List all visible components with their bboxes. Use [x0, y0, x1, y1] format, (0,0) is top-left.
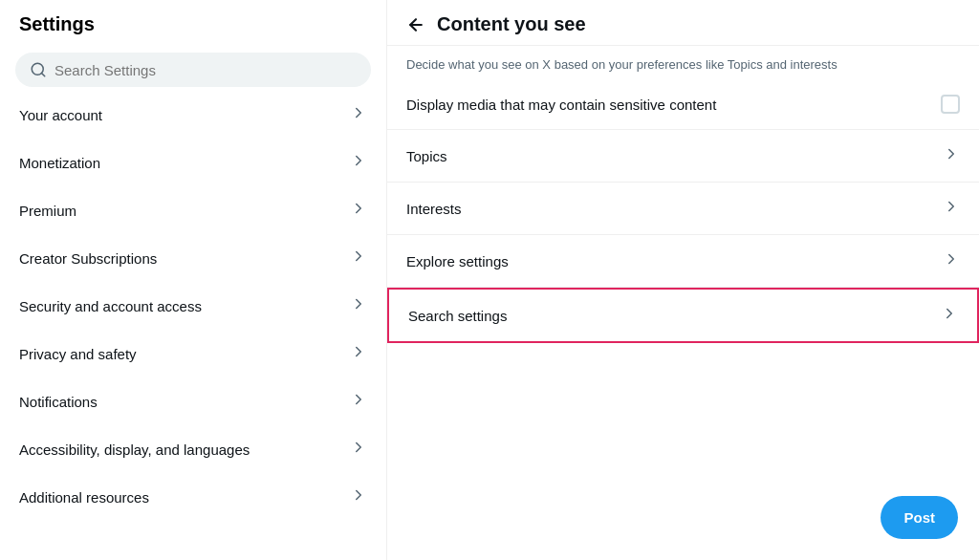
sidebar-item-privacy-safety[interactable]: Privacy and safety — [0, 330, 386, 377]
chevron-right-icon — [350, 104, 367, 125]
sidebar-title: Settings — [0, 0, 386, 45]
content-subtitle: Decide what you see on X based on your p… — [387, 46, 979, 79]
content-item-display-media[interactable]: Display media that may contain sensitive… — [387, 79, 979, 130]
nav-item-label-accessibility-display-languages: Accessibility, display, and languages — [19, 442, 250, 458]
sidebar: Settings Your account Monetization — [0, 0, 387, 560]
nav-item-label-your-account: Your account — [19, 107, 102, 123]
content-item-right-search-settings — [941, 305, 958, 326]
nav-item-label-creator-subscriptions: Creator Subscriptions — [19, 250, 157, 267]
chevron-right-icon — [350, 152, 367, 173]
chevron-right-icon — [350, 248, 367, 269]
search-box-wrapper — [0, 45, 386, 91]
search-icon — [30, 61, 47, 78]
content-item-right-explore-settings — [943, 250, 960, 271]
content-header: Content you see — [387, 0, 979, 46]
nav-item-label-additional-resources: Additional resources — [19, 489, 149, 506]
sidebar-item-monetization[interactable]: Monetization — [0, 139, 386, 186]
sidebar-item-security-account-access[interactable]: Security and account access — [0, 282, 386, 330]
content-item-label-display-media: Display media that may contain sensitive… — [406, 97, 716, 113]
chevron-right-icon — [350, 295, 367, 316]
nav-item-label-premium: Premium — [19, 203, 76, 219]
content-area: Content you see Decide what you see on X… — [387, 0, 979, 560]
content-list: Display media that may contain sensitive… — [387, 79, 979, 343]
chevron-right-icon — [350, 391, 367, 412]
sidebar-item-premium[interactable]: Premium — [0, 186, 386, 234]
sidebar-item-your-account[interactable]: Your account — [0, 91, 386, 139]
content-item-label-interests: Interests — [406, 201, 462, 217]
chevron-right-icon — [350, 200, 367, 221]
app-container: Settings Your account Monetization — [0, 0, 979, 560]
content-item-topics[interactable]: Topics — [387, 130, 979, 183]
back-arrow-icon — [406, 15, 425, 34]
content-item-search-settings[interactable]: Search settings — [387, 288, 979, 343]
nav-item-label-monetization: Monetization — [19, 155, 100, 171]
sidebar-item-additional-resources[interactable]: Additional resources — [0, 473, 386, 521]
chevron-right-icon — [350, 439, 367, 460]
content-item-label-topics: Topics — [406, 148, 447, 164]
content-item-label-explore-settings: Explore settings — [406, 253, 509, 269]
content-item-interests[interactable]: Interests — [387, 183, 979, 235]
nav-list: Your account Monetization Premium Creato… — [0, 91, 386, 521]
chevron-right-icon — [350, 486, 367, 507]
search-box[interactable] — [15, 53, 371, 87]
search-input[interactable] — [54, 62, 357, 78]
svg-line-1 — [41, 73, 44, 75]
nav-item-label-security-account-access: Security and account access — [19, 298, 202, 314]
chevron-right-icon — [350, 343, 367, 364]
post-button[interactable]: Post — [881, 496, 958, 539]
content-item-label-search-settings: Search settings — [408, 308, 507, 324]
chevron-right-icon — [941, 305, 958, 326]
content-item-right-interests — [943, 198, 960, 219]
sidebar-item-accessibility-display-languages[interactable]: Accessibility, display, and languages — [0, 425, 386, 473]
checkbox-display-media[interactable] — [941, 95, 960, 114]
content-item-right-topics — [943, 145, 960, 166]
nav-item-label-privacy-safety: Privacy and safety — [19, 346, 137, 362]
sidebar-item-creator-subscriptions[interactable]: Creator Subscriptions — [0, 234, 386, 282]
content-item-right-display-media — [941, 95, 960, 114]
chevron-right-icon — [943, 198, 960, 219]
sidebar-item-notifications[interactable]: Notifications — [0, 377, 386, 425]
nav-item-label-notifications: Notifications — [19, 394, 98, 410]
chevron-right-icon — [943, 145, 960, 166]
chevron-right-icon — [943, 250, 960, 271]
content-title: Content you see — [437, 13, 586, 35]
back-button[interactable] — [406, 15, 425, 34]
content-item-explore-settings[interactable]: Explore settings — [387, 235, 979, 288]
